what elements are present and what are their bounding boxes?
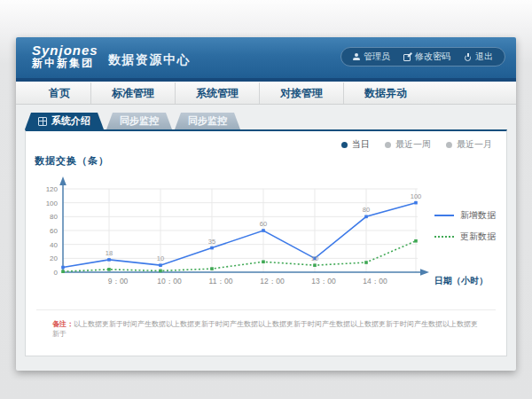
app-header: Synjones 新中新集团 数据资源中心 管理员 修改密码 退出	[16, 37, 516, 78]
svg-text:35: 35	[208, 238, 215, 246]
radio-last-week[interactable]: 最近一周	[385, 138, 431, 151]
nav-item-system-mgmt[interactable]: 系统管理	[175, 82, 259, 104]
logout-label: 退出	[475, 51, 493, 63]
nav-item-standard-mgmt[interactable]: 标准管理	[90, 82, 175, 104]
svg-text:13：00: 13：00	[311, 277, 336, 286]
logout-button[interactable]: 退出	[464, 51, 493, 63]
svg-text:10: 10	[311, 254, 318, 262]
svg-text:100: 100	[411, 192, 422, 200]
logo-company-name: 新中新集团	[32, 58, 98, 70]
svg-text:0: 0	[54, 269, 59, 277]
legend-label: 更新数据	[460, 231, 496, 243]
radio-dot	[446, 142, 452, 148]
tab-label: 系统介绍	[51, 114, 90, 128]
logo-brand-text: Synjones	[32, 43, 98, 58]
tab-label: 同步监控	[120, 114, 159, 128]
change-password-button[interactable]: 修改密码	[403, 51, 450, 63]
legend-line-dotted	[434, 236, 454, 238]
legend-label: 新增数据	[460, 209, 496, 222]
tab-sync-monitor-2[interactable]: 同步监控	[175, 113, 240, 129]
radio-label: 最近一周	[395, 138, 431, 151]
nav-item-home[interactable]: 首页	[28, 82, 90, 104]
app-window: Synjones 新中新集团 数据资源中心 管理员 修改密码 退出	[16, 37, 516, 371]
svg-text:10: 10	[157, 254, 164, 262]
svg-text:18: 18	[106, 249, 113, 257]
user-icon	[353, 53, 360, 60]
svg-text:40: 40	[50, 241, 58, 249]
nav-item-integration-mgmt[interactable]: 对接管理	[259, 82, 343, 104]
content-area: 系统介绍 同步监控 同步监控 当日 最近一周	[16, 105, 516, 371]
chart-panel: 当日 最近一周 最近一月 数据交换（条） 0204060801001209：00…	[25, 129, 507, 356]
page-title: 数据资源中心	[108, 52, 191, 68]
svg-text:80: 80	[50, 213, 58, 221]
radio-label: 最近一月	[457, 138, 492, 151]
admin-user-label: 管理员	[364, 51, 390, 63]
svg-text:100: 100	[46, 200, 59, 207]
nav-item-data-changes[interactable]: 数据异动	[343, 82, 427, 104]
svg-text:11：00: 11：00	[209, 277, 233, 286]
company-logo[interactable]: Synjones 新中新集团	[32, 43, 98, 70]
svg-text:14：00: 14：00	[363, 277, 387, 286]
svg-text:日期（小时）: 日期（小时）	[434, 276, 488, 286]
radio-last-month[interactable]: 最近一月	[446, 138, 492, 151]
note-prefix: 备注：	[52, 320, 74, 328]
svg-text:60: 60	[50, 227, 58, 235]
legend-line-solid	[434, 215, 454, 216]
change-password-label: 修改密码	[415, 51, 450, 63]
note-text: 以上数据更新于时间产生数据以上数据更新于时间产生数据以上数据更新于时间产生数据以…	[52, 320, 478, 338]
radio-label: 当日	[352, 138, 370, 151]
legend-item-new-data: 新增数据	[434, 209, 496, 222]
legend-item-updated-data: 更新数据	[434, 231, 496, 243]
power-icon	[464, 53, 472, 61]
radio-today[interactable]: 当日	[341, 138, 370, 151]
desktop-background: Synjones 新中新集团 数据资源中心 管理员 修改密码 退出	[0, 0, 532, 399]
chart-legend: 新增数据 更新数据	[434, 209, 496, 243]
svg-text:12：00: 12：00	[260, 277, 285, 286]
user-toolbar: 管理员 修改密码 退出	[340, 47, 505, 66]
svg-text:60: 60	[260, 220, 267, 228]
time-range-filter: 当日 最近一周 最近一月	[341, 138, 492, 151]
main-nav: 首页 标准管理 系统管理 对接管理 数据异动	[16, 82, 516, 105]
svg-text:20: 20	[50, 254, 58, 262]
y-axis-title: 数据交换（条）	[35, 154, 109, 168]
tab-label: 同步监控	[188, 114, 227, 128]
svg-text:9：00: 9：00	[108, 277, 129, 286]
svg-text:80: 80	[363, 206, 370, 214]
document-icon	[38, 117, 47, 126]
admin-user-button[interactable]: 管理员	[353, 51, 390, 63]
radio-dot	[341, 142, 348, 148]
tab-bar: 系统介绍 同步监控 同步监控	[25, 113, 240, 129]
svg-text:120: 120	[46, 185, 59, 193]
footer-note: 备注：以上数据更新于时间产生数据以上数据更新于时间产生数据以上数据更新于时间产生…	[36, 309, 496, 339]
edit-icon	[403, 53, 411, 61]
tab-system-intro[interactable]: 系统介绍	[25, 113, 104, 129]
tab-sync-monitor-1[interactable]: 同步监控	[106, 113, 172, 129]
svg-text:10：00: 10：00	[157, 277, 182, 286]
radio-dot	[385, 142, 391, 148]
